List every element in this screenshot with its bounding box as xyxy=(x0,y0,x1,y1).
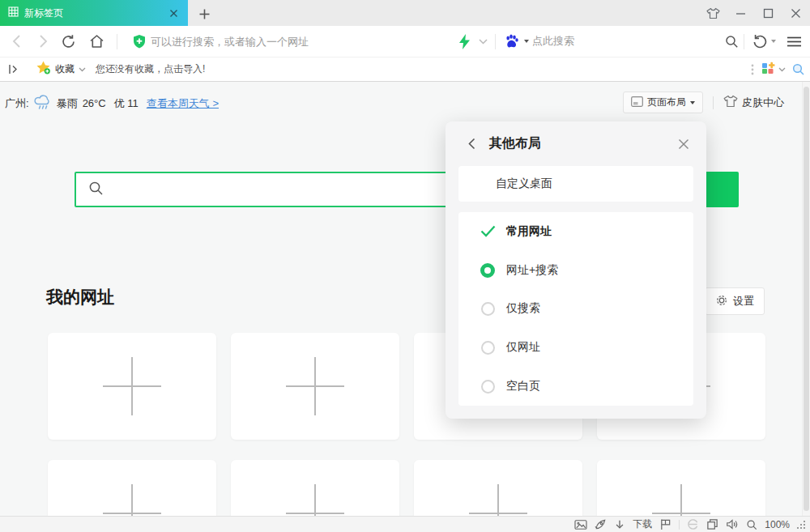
add-site-tile[interactable] xyxy=(597,460,765,516)
zoom-level[interactable]: 100% xyxy=(765,519,790,530)
weather-widget: 广州: 暴雨 26°C 优 11 查看本周天气 > xyxy=(5,94,224,113)
apps-chevron-icon xyxy=(778,67,786,72)
layout-option-search-only[interactable]: 仅搜索 xyxy=(458,290,693,329)
flag-report-icon[interactable] xyxy=(659,518,671,530)
gear-icon xyxy=(715,294,728,309)
weather-temperature: 26°C xyxy=(83,97,106,109)
toolbar-separator xyxy=(744,34,744,49)
search-icon[interactable] xyxy=(722,26,741,57)
skin-center-label: 皮肤中心 xyxy=(742,96,784,110)
tab-close-icon[interactable] xyxy=(167,6,180,19)
popup-header: 其他布局 xyxy=(446,121,706,166)
skin-quick-icon[interactable] xyxy=(705,5,721,21)
add-site-tile[interactable] xyxy=(48,460,216,516)
resize-grip-icon[interactable] xyxy=(797,521,805,529)
boss-key-rocket-icon[interactable] xyxy=(595,518,607,530)
rain-cloud-icon xyxy=(34,94,52,113)
tshirt-icon xyxy=(723,95,738,110)
new-tab-button[interactable] xyxy=(196,6,212,21)
shield-plus-icon[interactable] xyxy=(130,26,149,57)
ie-mode-icon[interactable] xyxy=(687,518,699,530)
forward-button[interactable] xyxy=(32,26,53,57)
weather-air-quality: 优 11 xyxy=(114,96,139,111)
search-box-magnifier-icon xyxy=(88,181,104,199)
page-scrollbar[interactable] xyxy=(802,82,810,516)
page-actions: 页面布局 皮肤中心 xyxy=(623,92,795,113)
plus-icon xyxy=(286,484,344,516)
page-layout-button[interactable]: 页面布局 xyxy=(623,92,703,113)
add-site-tile[interactable] xyxy=(231,460,399,516)
layout-option-sites-only[interactable]: 仅网址 xyxy=(458,328,693,367)
title-bar: 新标签页 xyxy=(0,0,810,26)
layout-option-common-sites[interactable]: 常用网址 xyxy=(458,212,693,251)
baidu-paw-icon[interactable] xyxy=(502,26,522,57)
popup-title: 其他布局 xyxy=(489,135,676,152)
custom-desktop-item[interactable]: 自定义桌面 xyxy=(458,166,693,202)
layout-icon xyxy=(631,96,643,109)
refresh-button[interactable] xyxy=(57,26,79,57)
navigation-toolbar: 点此搜索 xyxy=(0,26,810,57)
add-site-tile[interactable] xyxy=(48,333,216,440)
statusbar-separator xyxy=(679,520,680,530)
lightning-icon[interactable] xyxy=(455,26,473,57)
undo-icon[interactable] xyxy=(750,26,770,57)
other-layouts-popup: 其他布局 自定义桌面 常用网址 网址+搜索 xyxy=(446,121,706,419)
radio-selected-icon xyxy=(480,263,495,278)
star-plus-icon xyxy=(36,61,51,78)
grid-icon xyxy=(8,6,19,20)
radio-icon xyxy=(481,302,495,316)
sidebar-toggle-icon[interactable] xyxy=(8,57,19,81)
back-button[interactable] xyxy=(6,26,28,57)
speed-mode-chevron-icon[interactable] xyxy=(475,26,491,57)
apps-grid-icon xyxy=(761,62,775,78)
favorites-label: 收藏 xyxy=(55,62,75,76)
tab-new-page[interactable]: 新标签页 xyxy=(0,0,188,26)
weather-forecast-link[interactable]: 查看本周天气 > xyxy=(147,96,219,111)
plus-icon xyxy=(286,357,344,415)
window-controls xyxy=(705,0,804,26)
layout-option-sites-plus-search[interactable]: 网址+搜索 xyxy=(458,251,693,290)
home-button[interactable] xyxy=(84,26,109,57)
new-tab-page: 广州: 暴雨 26°C 优 11 查看本周天气 > 页面布局 xyxy=(0,82,810,516)
screenshot-icon[interactable] xyxy=(574,519,587,530)
download-arrow-icon[interactable] xyxy=(614,519,625,530)
back-chevron-icon[interactable] xyxy=(463,136,480,152)
skin-center-button[interactable]: 皮肤中心 xyxy=(723,95,784,110)
add-site-tile[interactable] xyxy=(414,460,582,516)
weather-city: 广州: xyxy=(5,96,29,111)
status-bar: 下载 100% xyxy=(0,516,810,532)
address-input[interactable] xyxy=(151,32,458,51)
scrollbar-thumb[interactable] xyxy=(804,87,809,511)
favorites-button[interactable]: 收藏 xyxy=(36,57,86,81)
minimize-icon[interactable] xyxy=(732,5,748,21)
actions-separator xyxy=(713,96,714,109)
menu-icon[interactable] xyxy=(782,26,805,57)
extension-magnifier-icon[interactable] xyxy=(792,57,805,81)
overflow-dots-icon[interactable] xyxy=(751,57,754,81)
my-sites-title: 我的网址 xyxy=(46,286,114,309)
layout-caret-icon xyxy=(690,101,695,104)
bookmarks-empty-hint[interactable]: 您还没有收藏，点击导入! xyxy=(96,57,205,81)
plus-icon xyxy=(652,484,710,516)
search-engine-caret-icon[interactable] xyxy=(522,26,531,57)
maximize-icon[interactable] xyxy=(760,5,776,21)
quick-search-hint[interactable]: 点此搜索 xyxy=(532,26,574,57)
plus-icon xyxy=(103,357,161,415)
speaker-icon[interactable] xyxy=(726,518,739,530)
undo-caret-icon[interactable] xyxy=(769,26,778,57)
popup-close-icon[interactable] xyxy=(676,136,692,152)
apps-grid-button[interactable] xyxy=(761,57,786,81)
weather-condition: 暴雨 xyxy=(57,96,78,111)
browser-window: 新标签页 xyxy=(0,0,810,532)
check-icon xyxy=(480,223,496,240)
settings-label: 设置 xyxy=(733,294,754,309)
close-icon[interactable] xyxy=(787,5,804,21)
add-site-tile[interactable] xyxy=(231,333,399,440)
download-label[interactable]: 下载 xyxy=(633,517,652,531)
layout-option-blank-page[interactable]: 空白页 xyxy=(458,367,693,406)
zoom-magnifier-icon[interactable] xyxy=(746,519,757,530)
multi-window-icon[interactable] xyxy=(706,518,718,530)
radio-icon xyxy=(481,341,495,355)
settings-button[interactable]: 设置 xyxy=(705,287,765,315)
toolbar-separator xyxy=(495,34,496,49)
